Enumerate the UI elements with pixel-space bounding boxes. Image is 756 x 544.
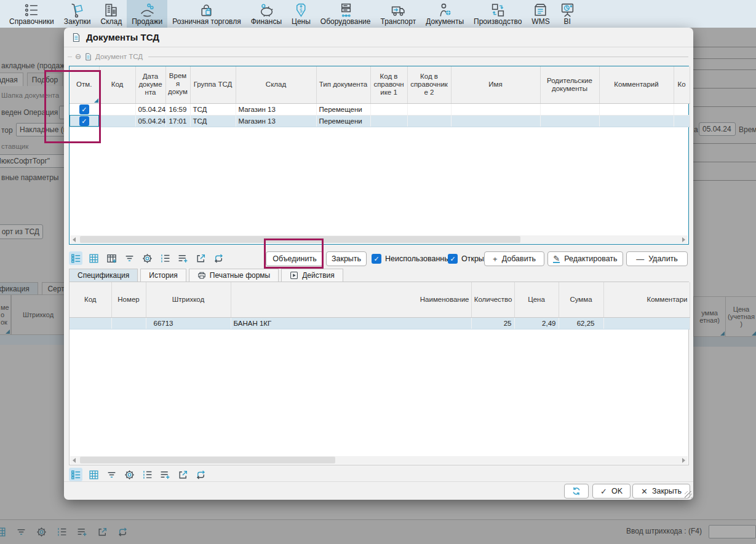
collapse-icon[interactable]: ⊖ [75, 53, 81, 60]
ribbon-item-finance[interactable]: Финансы [246, 0, 287, 28]
ribbon-item-production[interactable]: Производство [469, 0, 527, 28]
checkbox-open-checked[interactable]: ✓ [448, 254, 458, 264]
gear-icon [124, 470, 135, 480]
refresh-icon [196, 470, 206, 480]
scrollbar-thumb[interactable] [80, 457, 335, 463]
close-dialog-button[interactable]: ✕Закрыть [632, 484, 690, 499]
carton-box-icon [533, 2, 548, 18]
tab-print-forms[interactable]: Печатные формы [189, 269, 279, 282]
scroll-left-arrow[interactable] [73, 458, 76, 463]
col-header-doc-time[interactable]: Время документа [165, 66, 190, 103]
ribbon-item-desktop[interactable]: стол [0, 0, 4, 28]
list-view-icon [71, 253, 81, 264]
ribbon-item-retail[interactable]: Розничная торговля [167, 0, 245, 28]
list-view-button[interactable] [69, 468, 82, 481]
unused-label: Неиспользованные [385, 254, 454, 263]
col-header-barcode[interactable]: Штрихкод [146, 282, 231, 317]
calendar-add-button[interactable] [105, 251, 118, 265]
resize-grip[interactable] [685, 491, 692, 499]
settings-button[interactable] [140, 251, 154, 265]
col-header-ref-code-2[interactable]: Код в справочнике 2 [407, 66, 451, 103]
filter-button[interactable] [122, 251, 136, 265]
col-header-doc-date[interactable]: Дата документа [135, 66, 165, 103]
col-header-code[interactable]: Код [70, 282, 111, 317]
col-header-quantity[interactable]: Количество [471, 282, 514, 317]
col-header-doc-type[interactable]: Тип документа [316, 66, 370, 103]
ribbon-item-sales[interactable]: Продажи [127, 0, 167, 28]
grid-view-button[interactable] [87, 251, 100, 265]
col-header-comment[interactable]: Комментари [603, 282, 690, 317]
add-button[interactable]: +Добавить [484, 251, 544, 266]
add-list-icon [160, 470, 170, 480]
col-header-tsd-group[interactable]: Группа ТСД [190, 66, 236, 103]
edit-button[interactable]: ✎Редактировать [547, 251, 623, 266]
col-header-sum[interactable]: Сумма [559, 282, 603, 317]
refresh-button[interactable] [194, 468, 207, 481]
delete-button[interactable]: —Удалить [626, 251, 688, 266]
ribbon-item-handbooks[interactable]: Справочники [4, 0, 59, 28]
sync-icon [571, 486, 581, 496]
tab-actions[interactable]: Действия [281, 269, 343, 282]
list-view-button[interactable] [69, 251, 82, 265]
col-header-comment[interactable]: Комментарий [599, 66, 674, 103]
numbered-list-button[interactable] [140, 468, 154, 481]
ribbon-item-bi[interactable]: BI [555, 0, 580, 28]
ribbon-item-prices[interactable]: Цены [287, 0, 316, 28]
play-icon [290, 271, 298, 280]
add-row-button[interactable] [176, 251, 189, 265]
external-link-icon [196, 253, 206, 264]
spec-row-selected[interactable]: 66713 БАНАН 1КГ 25 2,49 62,25 [70, 317, 690, 329]
export-button[interactable] [194, 251, 207, 265]
building-icon [103, 2, 119, 18]
col-header-warehouse[interactable]: Склад [236, 66, 316, 103]
spec-table-toolbar [69, 468, 207, 481]
ribbon-item-wms[interactable]: WMS [527, 0, 554, 28]
col-header-cut[interactable]: Ко [674, 66, 690, 103]
ribbon-item-equipment[interactable]: Оборудование [316, 0, 376, 28]
ok-button[interactable]: ✓OK [592, 484, 631, 499]
col-header-code[interactable]: Код [99, 66, 135, 103]
doc-table-toolbar [69, 251, 225, 265]
col-header-parent-docs[interactable]: Родительские документы [540, 66, 599, 103]
col-header-item-name[interactable]: Наименование [231, 282, 471, 317]
grid-view-button[interactable] [87, 468, 100, 481]
ribbon-item-purchases[interactable]: Закупки [59, 0, 96, 28]
settings-button[interactable] [122, 468, 136, 481]
sync-button[interactable] [564, 484, 589, 499]
scroll-right-arrow[interactable] [682, 237, 685, 242]
piggy-bank-icon [258, 2, 274, 18]
hand-coins-icon [140, 2, 155, 18]
tab-history[interactable]: История [140, 269, 186, 282]
document-icon [71, 33, 81, 42]
add-row-button[interactable] [158, 468, 172, 481]
handbook-list-icon [24, 2, 39, 18]
doc-row-1[interactable]: ✓ 05.04.24 16:59 ТСД Магазин 13 Перемеще… [70, 103, 690, 115]
gear-icon [142, 253, 153, 264]
server-icon [338, 2, 353, 18]
refresh-button[interactable] [212, 251, 225, 265]
export-button[interactable] [176, 468, 189, 481]
doc-row-2-selected[interactable]: ✓ 05.04.24 17:01 ТСД Магазин 13 Перемеще… [70, 115, 690, 127]
col-header-ref-code-1[interactable]: Код в справочнике 1 [370, 66, 407, 103]
close-list-button[interactable]: Закрыть [326, 251, 367, 266]
col-header-price[interactable]: Цена [514, 282, 559, 317]
numbered-list-button[interactable] [158, 251, 172, 265]
price-tag-icon [293, 2, 309, 18]
boxes-arrows-icon [490, 2, 506, 18]
col-header-number[interactable]: Номер [111, 282, 146, 317]
spec-table-hscrollbar[interactable] [70, 456, 688, 464]
scroll-left-arrow[interactable] [73, 237, 76, 242]
numbered-list-icon [160, 253, 170, 264]
tab-specification[interactable]: Спецификация [69, 269, 138, 282]
col-header-name[interactable]: Имя [451, 66, 540, 103]
ribbon-item-documents[interactable]: Документы [421, 0, 469, 28]
group-box-header: ⊖ Документ ТСД [68, 51, 688, 62]
unused-checkbox-row: ✓ Неиспользованные [372, 251, 454, 266]
scroll-right-arrow[interactable] [682, 458, 685, 463]
doc-table-hscrollbar[interactable] [70, 235, 688, 243]
filter-button[interactable] [105, 468, 118, 481]
hand-truck-icon [70, 2, 85, 18]
ribbon-item-transport[interactable]: Транспорт [375, 0, 421, 28]
checkbox-unused-checked[interactable]: ✓ [372, 254, 381, 264]
ribbon-item-warehouse[interactable]: Склад [95, 0, 127, 28]
